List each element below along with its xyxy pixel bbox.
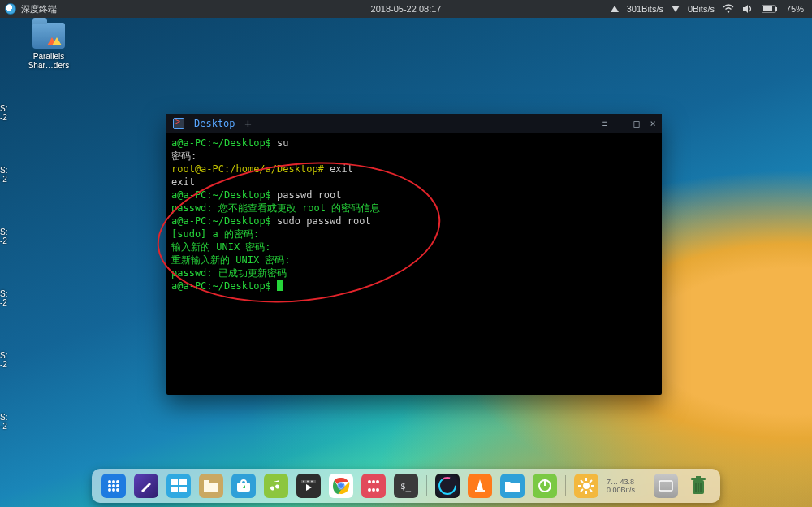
- svg-rect-18: [237, 483, 250, 492]
- text-editor-icon[interactable]: [134, 474, 158, 498]
- edge-date-2: S:-2: [0, 166, 7, 184]
- window-close-button[interactable]: ×: [647, 118, 659, 129]
- svg-point-12: [116, 488, 119, 492]
- svg-point-8: [112, 484, 115, 488]
- battery-percent: 75%: [786, 4, 804, 14]
- edge-date-6: S:-2: [0, 413, 7, 431]
- svg-rect-36: [475, 490, 485, 492]
- file-manager-dock-icon[interactable]: [500, 474, 525, 498]
- svg-point-0: [728, 11, 729, 12]
- svg-point-10: [108, 488, 111, 492]
- terminal-dock-icon[interactable]: $_: [394, 474, 418, 498]
- edge-date-4: S:-2: [0, 289, 7, 307]
- wifi-icon[interactable]: [723, 4, 734, 14]
- multitask-icon[interactable]: [166, 474, 191, 498]
- folder-icon: [32, 23, 65, 49]
- svg-rect-3: [763, 6, 772, 11]
- svg-point-31: [372, 488, 375, 492]
- svg-point-27: [368, 480, 371, 483]
- edge-date-5: S:-2: [0, 351, 7, 369]
- battery-icon[interactable]: [762, 5, 778, 13]
- dock-separator-2: [565, 475, 566, 496]
- show-desktop-icon[interactable]: [654, 474, 678, 498]
- system-monitor-icon[interactable]: [435, 474, 460, 498]
- edge-date-1: S:-2: [0, 104, 7, 122]
- trash-icon[interactable]: [686, 474, 710, 498]
- svg-rect-51: [696, 476, 701, 478]
- topbar-right: 301Bits/s 0Bits/s 75%: [611, 4, 812, 14]
- svg-point-5: [112, 480, 115, 483]
- terminal-cursor: [277, 280, 283, 291]
- svg-rect-2: [775, 7, 777, 11]
- svg-rect-13: [171, 479, 178, 485]
- topbar-left: 深度终端: [0, 3, 57, 15]
- files-icon[interactable]: [199, 474, 223, 498]
- volume-icon[interactable]: [742, 4, 754, 14]
- terminal-app-icon: [173, 118, 184, 129]
- net-down-icon: [672, 6, 680, 12]
- dock-network-meter: 7… 43.8 0.00Bit/s: [607, 478, 646, 494]
- svg-line-46: [581, 489, 583, 492]
- settings-dock-icon[interactable]: [574, 474, 598, 498]
- terminal-tab[interactable]: Desktop: [189, 118, 240, 129]
- app-store-icon[interactable]: [231, 474, 256, 498]
- svg-line-44: [581, 480, 583, 483]
- terminal-body[interactable]: a@a-PC:~/Desktop$ su 密码: root@a-PC:/home…: [166, 133, 662, 395]
- svg-rect-48: [659, 481, 672, 491]
- svg-point-28: [372, 480, 375, 483]
- svg-point-39: [583, 483, 590, 489]
- control-center-icon[interactable]: [361, 474, 386, 498]
- svg-rect-15: [171, 487, 178, 492]
- net-down-value: 0Bits/s: [688, 4, 715, 14]
- svg-line-47: [590, 480, 592, 483]
- dock: $_ 7… 43.8 0.00Bit/s: [92, 469, 720, 503]
- svg-point-6: [116, 480, 119, 483]
- svg-rect-16: [179, 487, 187, 492]
- vlc-icon[interactable]: [468, 474, 492, 498]
- svg-point-29: [376, 480, 379, 483]
- svg-line-45: [590, 489, 592, 492]
- svg-point-34: [439, 478, 456, 494]
- desktop-icon-label-2: Shar…ders: [20, 61, 77, 70]
- svg-point-20: [303, 481, 304, 483]
- new-tab-button[interactable]: +: [240, 117, 257, 130]
- svg-point-26: [339, 483, 343, 488]
- net-up-icon: [611, 6, 619, 12]
- music-icon[interactable]: [264, 474, 288, 498]
- power-icon[interactable]: [533, 474, 557, 498]
- svg-point-22: [311, 481, 313, 483]
- window-maximize-button[interactable]: □: [631, 118, 642, 129]
- svg-point-9: [116, 484, 119, 488]
- svg-rect-50: [691, 478, 706, 480]
- video-icon[interactable]: [296, 474, 321, 498]
- deepin-logo-icon[interactable]: [5, 3, 16, 15]
- terminal-titlebar[interactable]: Desktop + ≡ – □ ×: [166, 114, 662, 133]
- top-bar: 深度终端 2018-05-22 08:17 301Bits/s 0Bits/s …: [0, 0, 812, 18]
- svg-point-32: [376, 488, 379, 492]
- window-minimize-button[interactable]: –: [615, 118, 626, 129]
- edge-date-3: S:-2: [0, 228, 7, 245]
- svg-point-30: [368, 488, 371, 492]
- svg-point-21: [307, 481, 309, 483]
- svg-point-7: [108, 484, 111, 488]
- desktop-icon-label-1: Parallels: [20, 52, 77, 61]
- terminal-window[interactable]: Desktop + ≡ – □ × a@a-PC:~/Desktop$ su 密…: [166, 114, 662, 395]
- svg-rect-17: [204, 480, 209, 483]
- desktop-icon-parallels-shared[interactable]: Parallels Shar…ders: [20, 23, 77, 70]
- dock-separator: [426, 475, 427, 496]
- net-up-value: 301Bits/s: [627, 4, 663, 14]
- topbar-datetime[interactable]: 2018-05-22 08:17: [371, 4, 442, 14]
- chrome-icon[interactable]: [329, 474, 353, 498]
- topbar-app-title: 深度终端: [21, 3, 57, 15]
- svg-rect-38: [544, 479, 546, 486]
- svg-rect-14: [179, 479, 187, 485]
- window-menu-button[interactable]: ≡: [598, 118, 610, 129]
- launcher-icon[interactable]: [102, 474, 126, 498]
- svg-point-4: [108, 480, 111, 483]
- svg-text:$_: $_: [400, 481, 412, 492]
- svg-point-11: [112, 488, 115, 492]
